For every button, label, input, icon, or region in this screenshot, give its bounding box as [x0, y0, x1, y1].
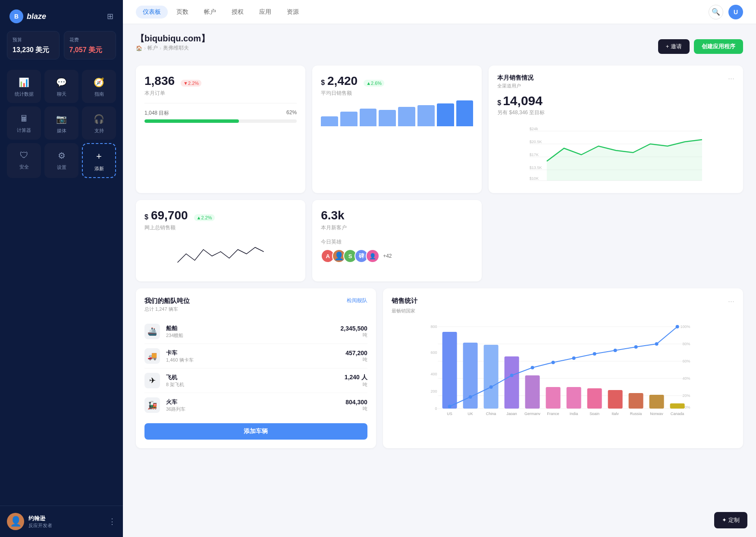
fleet-link[interactable]: 检阅舰队 [347, 297, 367, 304]
svg-text:$10K: $10K [530, 176, 539, 181]
train-value: 804,300 [345, 399, 367, 406]
user-role: 反应开发者 [28, 522, 104, 529]
ship-icon: 🚢 [144, 324, 160, 339]
expense-card: 花费 7,057 美元 [64, 31, 116, 59]
bar-2 [340, 112, 358, 126]
new-customers-card: 6.3k 本月新客户 今日英雄 A 👤 S 碑 👤 +42 [312, 200, 482, 281]
orders-progress-label: 1,048 目标 62% [144, 109, 297, 117]
svg-text:0%: 0% [684, 405, 690, 409]
dot-india [572, 356, 575, 360]
tab-apps[interactable]: 应用 [252, 6, 278, 19]
svg-text:$17K: $17K [530, 153, 539, 157]
tab-auth[interactable]: 授权 [225, 6, 251, 19]
monthly-sales-more-btn[interactable]: ··· [728, 74, 734, 83]
avatar-count: +42 [383, 253, 392, 259]
sales-stats-more-btn[interactable]: ··· [728, 297, 734, 306]
logo-text: blaze [27, 12, 46, 21]
tab-dashboard[interactable]: 仪表板 [136, 6, 168, 19]
orders-progress-fill [144, 119, 239, 123]
sidebar-item-chat[interactable]: 💬 聊天 [44, 70, 78, 103]
plane-sub: 8 架飞机 [166, 381, 339, 388]
tab-accounts[interactable]: 帐户 [197, 6, 223, 19]
page-actions: + 邀请 创建应用程序 [658, 39, 743, 54]
sidebar-item-calc[interactable]: 🖩 计算器 [7, 106, 41, 140]
sidebar-user: 👤 约翰逊 反应开发者 ⋮ [0, 506, 123, 537]
svg-text:600: 600 [430, 350, 437, 355]
ship-info: 船舶 234艘船 [166, 325, 335, 339]
train-icon: 🚂 [144, 397, 160, 413]
dot-china [489, 385, 492, 389]
dot-canada [675, 325, 679, 328]
truck-value: 457,200 [345, 350, 367, 356]
sidebar-item-stats[interactable]: 📊 统计数据 [7, 70, 41, 103]
user-menu-button[interactable]: ⋮ [108, 517, 116, 526]
bar-6 [417, 105, 435, 126]
orders-card: 1,836 ▼2.2% 本月订单 1,048 目标 62% [136, 66, 305, 193]
tab-resources[interactable]: 资源 [280, 6, 306, 19]
fleet-title-block: 我们的船队吨位 总计 1,247 辆车 [144, 297, 190, 312]
sidebar-item-settings[interactable]: ⚙ 设置 [44, 143, 78, 178]
truck-value-block: 457,200 吨 [345, 350, 367, 363]
bar-russia [628, 393, 643, 409]
stats-grid-top: 1,836 ▼2.2% 本月订单 1,048 目标 62% $ 2,420 [136, 66, 743, 193]
bar-india [566, 387, 581, 409]
create-app-button[interactable]: 创建应用程序 [694, 39, 743, 54]
search-button[interactable]: 🔍 [709, 5, 723, 19]
ship-sub: 234艘船 [166, 332, 335, 339]
user-info: 约翰逊 反应开发者 [28, 515, 104, 529]
calc-icon: 🖩 [20, 114, 28, 124]
sidebar-item-guide[interactable]: 🧭 指南 [82, 70, 116, 103]
truck-icon: 🚚 [144, 348, 160, 364]
fleet-title: 我们的船队吨位 [144, 297, 190, 305]
orders-target: 1,048 目标 [144, 109, 169, 117]
bar-3 [360, 109, 377, 126]
customize-button[interactable]: ✦ 定制 [714, 512, 747, 528]
sales-stats-subtitle: 最畅销国家 [392, 308, 734, 314]
sales-stats-header: 销售统计 ··· [392, 297, 734, 306]
svg-text:India: India [570, 412, 578, 415]
top-nav-right: 🔍 U [709, 5, 743, 19]
sales-stats-card: 销售统计 ··· 最畅销国家 100% 80% 60% 40% 20% 0% [383, 288, 743, 448]
plane-value: 1,240 人 [345, 374, 367, 381]
stats-label: 统计数据 [15, 91, 34, 97]
avg-sales-chart [321, 100, 473, 126]
truck-name: 卡车 [166, 349, 339, 357]
total-sales-wave-chart [144, 237, 297, 271]
settings-label: 设置 [57, 164, 66, 171]
user-avatar: 👤 [7, 513, 24, 530]
train-unit: 吨 [345, 406, 367, 412]
bar-uk [463, 343, 477, 409]
tab-pages[interactable]: 页数 [169, 6, 195, 19]
plane-icon: ✈ [144, 373, 160, 388]
monthly-sales-header: 本月销售情况 全渠道用户 ··· [497, 74, 734, 89]
breadcrumb-current: 奥弗维耶夫 [163, 44, 189, 52]
settings-icon-btn[interactable]: ⊞ [107, 12, 113, 21]
sidebar-item-add[interactable]: + 添新 [82, 143, 116, 178]
svg-text:800: 800 [430, 325, 437, 329]
guide-icon: 🧭 [94, 77, 104, 87]
plane-name: 飞机 [166, 374, 339, 381]
monthly-sales-title: 本月销售情况 [497, 74, 533, 82]
sidebar-item-security[interactable]: 🛡 安全 [7, 143, 41, 178]
add-icon: + [96, 151, 102, 162]
sales-combo-chart: 100% 80% 60% 40% 20% 0% 800 600 [392, 320, 734, 415]
sidebar-logo: B blaze [9, 9, 46, 23]
budget-section: 预算 13,230 美元 花费 7,057 美元 [0, 31, 123, 66]
dot-france [551, 361, 555, 364]
invite-button[interactable]: + 邀请 [658, 39, 690, 54]
avg-sales-value: 2,420 [327, 74, 358, 88]
svg-text:Norway: Norway [650, 412, 663, 415]
monthly-sales-sub: 另有 $48,346 至目标 [497, 109, 734, 116]
total-sales-label: 网上总销售额 [144, 224, 297, 231]
bar-spain [587, 388, 602, 409]
sidebar-item-support[interactable]: 🎧 支持 [82, 106, 116, 140]
sidebar-item-media[interactable]: 📷 媒体 [44, 106, 78, 140]
dot-russia [634, 345, 637, 349]
add-vehicle-button[interactable]: 添加车辆 [144, 423, 367, 440]
support-icon: 🎧 [94, 114, 104, 124]
bar-china [483, 345, 498, 409]
svg-text:Canada: Canada [671, 412, 684, 415]
page-header: 【biqubiqu.com】 🏠 › 帐户 › 奥弗维耶夫 + 邀请 创建应用程… [136, 33, 743, 60]
train-sub: 36路列车 [166, 406, 339, 412]
truck-unit: 吨 [345, 356, 367, 363]
